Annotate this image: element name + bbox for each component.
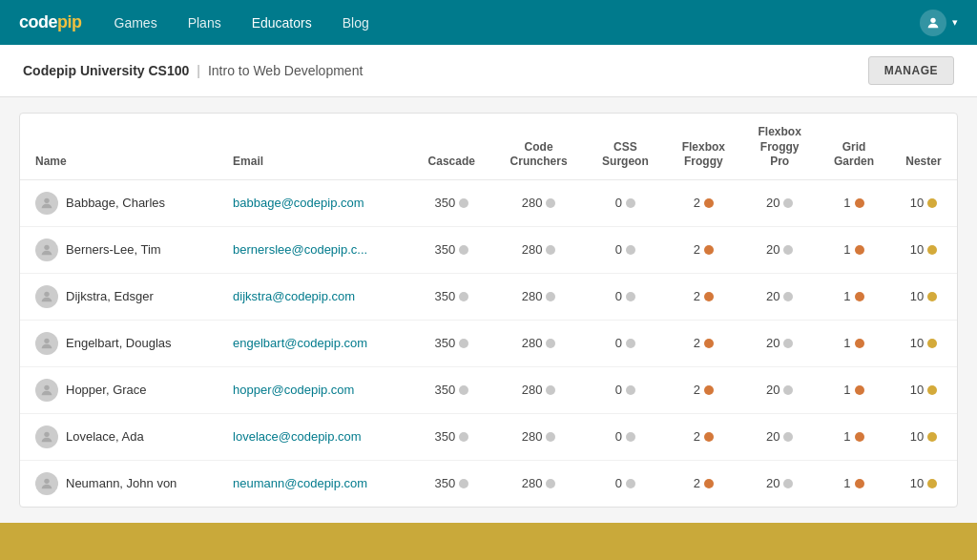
footer-bar [0, 523, 977, 560]
table-row: Babbage, Charles babbage@codepip.com 350… [20, 179, 957, 226]
table-row: Engelbart, Douglas engelbart@codepip.com… [20, 320, 957, 366]
course-title: Codepip University CS100 [23, 63, 189, 78]
cell-email: lovelace@codepip.com [223, 413, 411, 460]
manage-button[interactable]: MANAGE [868, 56, 954, 85]
col-code-crunchers: CodeCrunchers [492, 114, 586, 179]
navbar: codepip Games Plans Educators Blog ▾ [0, 0, 977, 45]
cell-code-crunchers: 280 [492, 320, 586, 366]
cell-flexbox-froggy-pro: 20 [741, 320, 818, 366]
avatar [35, 379, 58, 402]
cell-nester: 10 [890, 226, 957, 273]
students-table-card: Name Email Cascade CodeCrunchers CSSSurg… [19, 113, 958, 508]
cell-grid-garden: 1 [818, 413, 890, 460]
student-name: Berners-Lee, Tim [66, 242, 161, 257]
cell-css-surgeon: 0 [585, 366, 665, 413]
cell-grid-garden: 1 [818, 226, 890, 273]
cell-name: Berners-Lee, Tim [20, 226, 223, 273]
cell-grid-garden: 1 [818, 366, 890, 413]
student-email: engelbart@codepip.com [233, 336, 367, 350]
svg-point-2 [44, 244, 49, 249]
col-css-surgeon: CSSSurgeon [585, 114, 665, 179]
svg-point-1 [44, 197, 49, 202]
cell-flexbox-froggy-pro: 20 [741, 179, 818, 226]
svg-point-0 [930, 17, 935, 22]
cell-nester: 10 [890, 273, 957, 320]
cell-flexbox-froggy: 2 [665, 226, 741, 273]
cell-email: babbage@codepip.com [223, 179, 411, 226]
cell-email: engelbart@codepip.com [223, 320, 411, 366]
table-row: Hopper, Grace hopper@codepip.com 350 280… [20, 366, 957, 413]
col-email: Email [223, 114, 411, 179]
nav-blog[interactable]: Blog [329, 0, 383, 45]
student-name: Dijkstra, Edsger [66, 289, 154, 303]
student-name: Hopper, Grace [66, 383, 147, 397]
cell-name: Babbage, Charles [20, 179, 223, 226]
cell-cascade: 350 [411, 273, 492, 320]
cell-nester: 10 [890, 460, 957, 507]
cell-code-crunchers: 280 [492, 413, 586, 460]
cell-flexbox-froggy: 2 [665, 273, 741, 320]
cell-css-surgeon: 0 [585, 273, 665, 320]
cell-email: hopper@codepip.com [223, 366, 411, 413]
col-nester: Nester [890, 114, 957, 179]
cell-flexbox-froggy-pro: 20 [741, 226, 818, 273]
cell-grid-garden: 1 [818, 460, 890, 507]
table-row: Neumann, John von neumann@codepip.com 35… [20, 460, 957, 507]
cell-css-surgeon: 0 [585, 460, 665, 507]
logo[interactable]: codepip [19, 12, 82, 32]
cell-flexbox-froggy-pro: 20 [741, 366, 818, 413]
student-email: neumann@codepip.com [233, 476, 367, 490]
cell-css-surgeon: 0 [585, 179, 665, 226]
svg-point-5 [44, 384, 49, 389]
cell-email: neumann@codepip.com [223, 460, 411, 507]
student-email: babbage@codepip.com [233, 196, 364, 210]
student-email: hopper@codepip.com [233, 383, 354, 397]
student-email: lovelace@codepip.com [233, 429, 362, 444]
col-name: Name [20, 114, 223, 179]
student-name: Neumann, John von [66, 476, 177, 490]
cell-grid-garden: 1 [818, 320, 890, 366]
cell-code-crunchers: 280 [492, 273, 586, 320]
cell-css-surgeon: 0 [585, 320, 665, 366]
user-menu[interactable]: ▾ [920, 10, 958, 36]
cell-cascade: 350 [411, 226, 492, 273]
col-grid-garden: GridGarden [818, 114, 890, 179]
nav-plans[interactable]: Plans [175, 0, 235, 45]
cell-flexbox-froggy: 2 [665, 179, 741, 226]
student-name: Lovelace, Ada [66, 429, 144, 444]
cell-code-crunchers: 280 [492, 226, 586, 273]
cell-grid-garden: 1 [818, 273, 890, 320]
cell-flexbox-froggy: 2 [665, 460, 741, 507]
breadcrumb-separator: | [197, 63, 200, 78]
cell-name: Hopper, Grace [20, 366, 223, 413]
svg-point-6 [44, 431, 49, 436]
cell-nester: 10 [890, 413, 957, 460]
students-table: Name Email Cascade CodeCrunchers CSSSurg… [20, 114, 957, 507]
cell-flexbox-froggy-pro: 20 [741, 413, 818, 460]
nav-games[interactable]: Games [101, 0, 171, 45]
cell-cascade: 350 [411, 413, 492, 460]
breadcrumb: Codepip University CS100 | Intro to Web … [23, 63, 363, 78]
cell-grid-garden: 1 [818, 179, 890, 226]
col-cascade: Cascade [411, 114, 492, 179]
student-name: Engelbart, Douglas [66, 336, 172, 350]
cell-cascade: 350 [411, 179, 492, 226]
student-email: bernerslee@codepip.c... [233, 242, 367, 257]
cell-cascade: 350 [411, 366, 492, 413]
logo-text: codepip [19, 12, 82, 32]
cell-name: Engelbart, Douglas [20, 320, 223, 366]
cell-css-surgeon: 0 [585, 226, 665, 273]
cell-code-crunchers: 280 [492, 179, 586, 226]
avatar [35, 192, 58, 215]
nav-educators[interactable]: Educators [239, 0, 325, 45]
cell-name: Dijkstra, Edsger [20, 273, 223, 320]
avatar [35, 472, 58, 495]
cell-flexbox-froggy-pro: 20 [741, 273, 818, 320]
cell-css-surgeon: 0 [585, 413, 665, 460]
svg-point-7 [44, 478, 49, 483]
course-subtitle: Intro to Web Development [208, 63, 363, 78]
student-email: dijkstra@codepip.com [233, 289, 355, 303]
cell-cascade: 350 [411, 460, 492, 507]
table-row: Dijkstra, Edsger dijkstra@codepip.com 35… [20, 273, 957, 320]
col-flexbox-froggy-pro: FlexboxFroggyPro [741, 114, 818, 179]
